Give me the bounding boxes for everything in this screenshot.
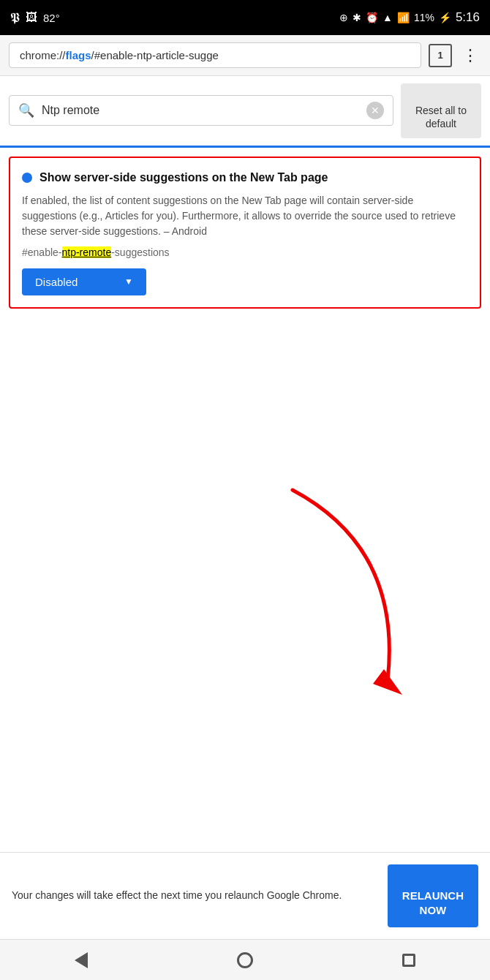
search-icon: 🔍 xyxy=(18,102,34,118)
browser-menu-button[interactable]: ⋮ xyxy=(459,43,481,68)
navigation-bar xyxy=(0,939,490,980)
add-circle-icon: ⊕ xyxy=(339,12,348,23)
status-bar: 𝕻 🖼 82° ⊕ ✱ ⏰ ▲ 📶 11% ⚡ 5:16 xyxy=(0,0,490,35)
address-bar-text: chrome://flags/#enable-ntp-article-sugge xyxy=(20,49,219,61)
flag-disabled-select[interactable]: Disabled ▼ xyxy=(22,268,146,295)
status-bar-left: 𝕻 🖼 82° xyxy=(10,10,60,26)
clear-search-button[interactable]: ✕ xyxy=(366,102,384,119)
status-time: 5:16 xyxy=(456,10,480,25)
bluetooth-icon: ✱ xyxy=(353,12,361,23)
reset-all-button[interactable]: Reset all to default xyxy=(401,83,481,138)
alarm-icon: ⏰ xyxy=(366,12,378,23)
relaunch-now-button[interactable]: RELAUNCH NOW xyxy=(388,864,478,928)
recents-button[interactable] xyxy=(385,948,433,973)
reset-all-label: Reset all to default xyxy=(415,105,467,129)
address-bar[interactable]: chrome://flags/#enable-ntp-article-sugge xyxy=(9,42,421,68)
arrow-annotation xyxy=(219,475,453,731)
bottom-banner-text: Your changes will take effect the next t… xyxy=(12,889,377,903)
image-icon: 🖼 xyxy=(26,11,37,24)
wifi-icon: ▲ xyxy=(382,12,393,23)
search-bar-container: 🔍 ✕ Reset all to default xyxy=(0,76,490,148)
anchor-suffix: -suggestions xyxy=(111,246,169,258)
tab-count-button[interactable]: 1 xyxy=(429,44,452,67)
temperature: 82° xyxy=(43,12,60,24)
flag-status-dot xyxy=(22,173,32,183)
back-icon xyxy=(75,952,88,968)
menu-dots-icon: ⋮ xyxy=(462,46,478,64)
back-button[interactable] xyxy=(57,946,105,974)
flags-content: Show server-side suggestions on the New … xyxy=(0,148,490,317)
address-bar-container: chrome://flags/#enable-ntp-article-sugge… xyxy=(0,35,490,76)
pinterest-icon: 𝕻 xyxy=(10,10,20,26)
battery-level: 11% xyxy=(414,12,434,23)
address-flags-text: flags xyxy=(66,49,91,61)
signal-icon: 📶 xyxy=(397,12,410,23)
search-input-wrapper: 🔍 ✕ xyxy=(9,95,393,126)
battery-icon: ⚡ xyxy=(439,12,451,23)
flag-title-row: Show server-side suggestions on the New … xyxy=(22,170,468,186)
flag-select-arrow-icon: ▼ xyxy=(124,276,133,287)
bottom-banner: Your changes will take effect the next t… xyxy=(0,852,490,940)
recents-icon xyxy=(402,954,415,967)
flag-card: Show server-side suggestions on the New … xyxy=(9,157,481,309)
home-button[interactable] xyxy=(219,946,271,974)
search-input[interactable] xyxy=(42,104,366,117)
tab-count-label: 1 xyxy=(437,50,442,61)
anchor-prefix: #enable- xyxy=(22,246,62,258)
anchor-highlight: ntp-remote xyxy=(62,246,112,258)
flag-anchor: #enable-ntp-remote-suggestions xyxy=(22,246,468,258)
flag-select-label: Disabled xyxy=(35,276,78,288)
flag-title: Show server-side suggestions on the New … xyxy=(39,170,328,186)
svg-marker-0 xyxy=(373,669,402,695)
status-bar-right: ⊕ ✱ ⏰ ▲ 📶 11% ⚡ 5:16 xyxy=(339,10,480,25)
relaunch-label: RELAUNCH NOW xyxy=(402,889,464,916)
home-icon xyxy=(237,952,253,968)
flag-description: If enabled, the list of content suggesti… xyxy=(22,193,468,239)
